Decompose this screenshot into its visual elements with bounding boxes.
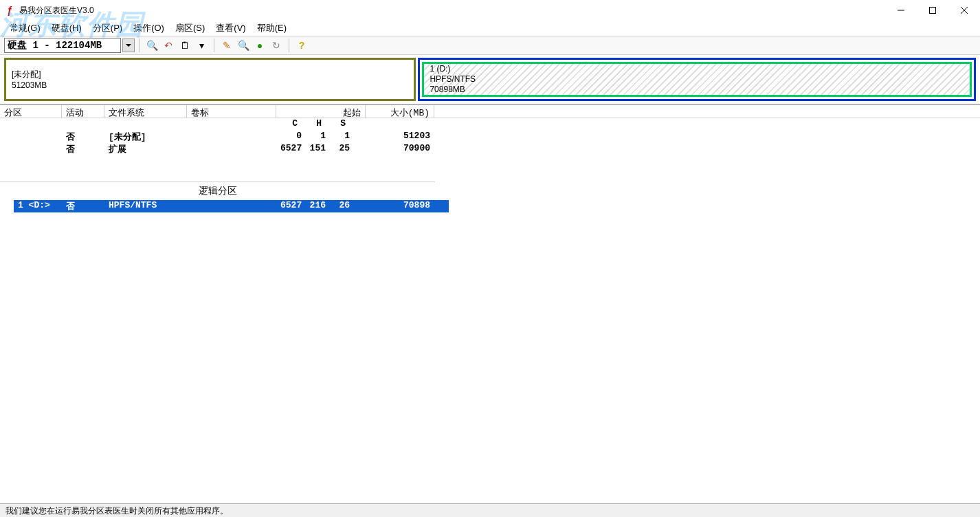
partition-map: [未分配] 51203MB 1 (D:) HPFS/NTFS 70898MB bbox=[0, 55, 980, 104]
menu-partition[interactable]: 分区(P) bbox=[89, 21, 126, 36]
partition-table: 分区 活动 文件系统 卷标 起始 大小(MB) C H S 否 [未分配] 0 … bbox=[0, 104, 980, 503]
chs-s: S bbox=[324, 118, 348, 131]
menu-help[interactable]: 帮助(E) bbox=[253, 21, 291, 36]
menu-sector[interactable]: 扇区(S) bbox=[171, 21, 209, 36]
th-active[interactable]: 活动 bbox=[62, 105, 104, 118]
toolbar-separator bbox=[139, 38, 140, 52]
partition-fs: HPFS/NTFS bbox=[430, 74, 964, 85]
refresh-icon[interactable]: ↻ bbox=[269, 38, 284, 53]
toolbar: 硬盘 1 - 122104MB 🔍 ↶ 🗒 ▾ ✎ 🔍 ● ↻ ? bbox=[0, 36, 980, 55]
menu-operation[interactable]: 操作(O) bbox=[129, 21, 168, 36]
th-size[interactable]: 大小(MB) bbox=[366, 105, 434, 118]
statusbar: 我们建议您在运行易我分区表医生时关闭所有其他应用程序。 bbox=[0, 503, 980, 517]
window-controls bbox=[885, 0, 980, 21]
table-header: 分区 活动 文件系统 卷标 起始 大小(MB) bbox=[0, 104, 980, 118]
table-row-selected[interactable]: 1 <D:> 否 HPFS/NTFS 6527 216 26 70898 bbox=[14, 200, 449, 212]
th-start[interactable]: 起始 bbox=[276, 105, 366, 118]
partition-unallocated[interactable]: [未分配] 51203MB bbox=[4, 58, 416, 101]
menu-disk[interactable]: 硬盘(H) bbox=[47, 21, 86, 36]
search-red-icon[interactable]: 🔍 bbox=[236, 38, 251, 53]
maximize-button[interactable] bbox=[917, 0, 948, 21]
partition-label: [未分配] bbox=[12, 69, 408, 80]
menu-view[interactable]: 查看(V) bbox=[212, 21, 249, 36]
toolbar-separator bbox=[289, 38, 289, 52]
minimize-button[interactable] bbox=[885, 0, 917, 21]
status-text: 我们建议您在运行易我分区表医生时关闭所有其他应用程序。 bbox=[5, 506, 228, 516]
search-icon[interactable]: 🔍 bbox=[144, 38, 159, 53]
dropdown-icon[interactable]: ▾ bbox=[194, 38, 209, 53]
help-icon[interactable]: ? bbox=[294, 38, 309, 53]
disk-dropdown-button[interactable] bbox=[122, 38, 135, 52]
th-label[interactable]: 卷标 bbox=[187, 105, 276, 118]
th-filesystem[interactable]: 文件系统 bbox=[104, 105, 187, 118]
close-button[interactable] bbox=[948, 0, 980, 21]
table-row[interactable]: 否 [未分配] 0 1 1 51203 bbox=[0, 131, 980, 143]
logical-partition-header: 逻辑分区 bbox=[0, 182, 435, 200]
edit-icon[interactable]: ✎ bbox=[219, 38, 234, 53]
partition-extended[interactable]: 1 (D:) HPFS/NTFS 70898MB bbox=[418, 58, 976, 101]
th-partition[interactable]: 分区 bbox=[0, 105, 62, 118]
menu-general[interactable]: 常规(G) bbox=[5, 21, 45, 36]
partition-logical[interactable]: 1 (D:) HPFS/NTFS 70898MB bbox=[422, 62, 972, 97]
disk-selector[interactable]: 硬盘 1 - 122104MB bbox=[4, 38, 121, 53]
svg-rect-1 bbox=[930, 8, 936, 14]
titlebar: ƒ 易我分区表医生V3.0 bbox=[0, 0, 980, 21]
partition-size: 51203MB bbox=[12, 80, 408, 90]
chs-h: H bbox=[300, 118, 324, 131]
check-icon[interactable]: ● bbox=[252, 38, 267, 53]
menubar: 常规(G) 硬盘(H) 分区(P) 操作(O) 扇区(S) 查看(V) 帮助(E… bbox=[0, 21, 980, 36]
disk-selector-label: 硬盘 1 - 122104MB bbox=[8, 39, 102, 52]
table-row[interactable]: 否 扩展 6527 151 25 70900 bbox=[0, 143, 980, 155]
partition-name: 1 (D:) bbox=[430, 64, 964, 74]
partition-size: 70898MB bbox=[430, 85, 964, 95]
chs-c: C bbox=[276, 118, 300, 131]
undo-icon[interactable]: ↶ bbox=[161, 38, 176, 53]
notes-icon[interactable]: 🗒 bbox=[177, 38, 192, 53]
app-icon: ƒ bbox=[4, 5, 15, 16]
window-title: 易我分区表医生V3.0 bbox=[19, 5, 94, 16]
chs-header: C H S bbox=[0, 118, 980, 131]
toolbar-separator bbox=[214, 38, 214, 52]
